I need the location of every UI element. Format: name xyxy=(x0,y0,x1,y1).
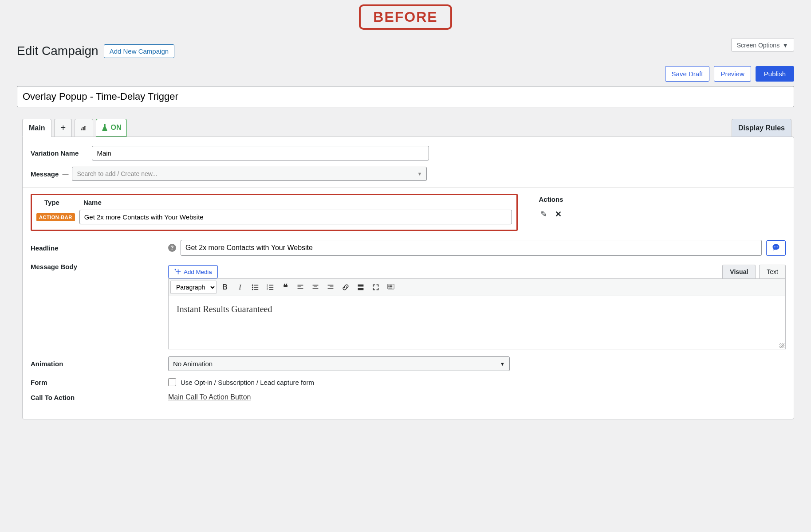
optin-checkbox[interactable] xyxy=(168,378,176,386)
tab-main[interactable]: Main xyxy=(22,119,51,137)
svg-rect-25 xyxy=(330,286,333,287)
svg-point-6 xyxy=(252,285,253,286)
flask-icon xyxy=(102,124,108,131)
screen-options-label: Screen Options xyxy=(737,42,780,49)
tab-display-rules[interactable]: Display Rules xyxy=(732,119,791,137)
save-draft-button[interactable]: Save Draft xyxy=(665,66,710,82)
link-icon xyxy=(342,284,349,291)
screen-options-button[interactable]: Screen Options ▼ xyxy=(731,39,794,52)
svg-rect-7 xyxy=(254,285,259,286)
toolbar-toggle-button[interactable] xyxy=(384,281,398,294)
help-icon[interactable]: ? xyxy=(168,244,176,252)
svg-rect-27 xyxy=(358,285,364,287)
link-button[interactable] xyxy=(339,281,352,294)
variation-name-input[interactable] xyxy=(92,146,429,160)
message-item-highlight: Type Name ACTION-BAR xyxy=(31,194,518,231)
svg-rect-2 xyxy=(84,126,86,130)
fullscreen-button[interactable] xyxy=(369,281,382,294)
svg-rect-19 xyxy=(298,286,301,287)
format-select[interactable]: Paragraph xyxy=(170,281,217,294)
toolbar-toggle-icon xyxy=(387,284,395,291)
align-left-icon xyxy=(297,284,304,291)
svg-rect-37 xyxy=(388,288,392,289)
svg-rect-31 xyxy=(388,285,389,286)
svg-rect-11 xyxy=(254,289,259,290)
svg-point-10 xyxy=(252,289,253,290)
svg-rect-15 xyxy=(269,287,274,288)
read-more-button[interactable] xyxy=(354,281,367,294)
editor-content-area[interactable]: Instant Results Guaranteed xyxy=(168,296,786,349)
campaign-title-input[interactable] xyxy=(17,86,794,107)
fullscreen-icon xyxy=(372,284,379,291)
svg-point-5 xyxy=(777,246,778,247)
cta-link[interactable]: Main Call To Action Button xyxy=(168,393,786,401)
blockquote-button[interactable]: ❝ xyxy=(279,281,292,294)
bullet-list-icon xyxy=(252,284,259,291)
align-center-icon xyxy=(312,284,319,291)
bullet-list-button[interactable] xyxy=(248,281,262,294)
headline-input[interactable] xyxy=(181,240,762,256)
bold-button[interactable]: B xyxy=(218,281,232,294)
variation-name-label: Variation Name xyxy=(31,149,79,157)
preview-button[interactable]: Preview xyxy=(714,66,751,82)
resize-grip-icon[interactable] xyxy=(779,343,784,348)
message-placeholder: Search to add / Create new... xyxy=(77,170,157,177)
content-panel: Variation Name — Message — Search to add… xyxy=(22,137,794,419)
svg-rect-22 xyxy=(314,286,317,287)
svg-point-3 xyxy=(774,246,775,247)
editor-toolbar: Paragraph B I 123 ❝ xyxy=(168,278,786,296)
svg-point-8 xyxy=(252,286,253,288)
svg-rect-17 xyxy=(269,289,274,290)
svg-rect-32 xyxy=(390,285,391,286)
publish-button[interactable]: Publish xyxy=(756,66,794,82)
animation-select[interactable]: No Animation ▼ xyxy=(168,356,510,371)
tab-analytics[interactable] xyxy=(75,119,93,137)
chart-icon xyxy=(81,124,87,132)
svg-rect-35 xyxy=(390,286,391,287)
add-new-campaign-button[interactable]: Add New Campaign xyxy=(104,44,174,58)
message-search-select[interactable]: Search to add / Create new... ▼ xyxy=(72,167,427,181)
svg-rect-36 xyxy=(391,286,392,287)
align-right-button[interactable] xyxy=(324,281,337,294)
dash-separator: — xyxy=(62,170,68,177)
svg-point-4 xyxy=(776,246,776,247)
align-center-button[interactable] xyxy=(309,281,322,294)
chat-bubble-icon xyxy=(772,243,780,251)
before-stamp: BEFORE xyxy=(359,4,452,30)
svg-rect-1 xyxy=(83,127,84,130)
dash-separator: — xyxy=(82,150,88,157)
chat-bubble-button[interactable] xyxy=(766,240,786,256)
message-name-input[interactable] xyxy=(79,210,512,224)
animation-label: Animation xyxy=(31,360,164,368)
svg-rect-23 xyxy=(313,288,319,289)
editor-tab-text[interactable]: Text xyxy=(759,265,786,278)
message-label: Message xyxy=(31,170,59,178)
caret-down-icon: ▼ xyxy=(782,42,788,49)
stamp-banner: BEFORE xyxy=(0,0,811,36)
message-body-label: Message Body xyxy=(31,263,164,270)
svg-rect-33 xyxy=(391,285,392,286)
delete-icon[interactable]: ✕ xyxy=(555,209,562,219)
name-column-heading: Name xyxy=(83,199,102,206)
align-left-button[interactable] xyxy=(294,281,307,294)
action-bar-badge: ACTION-BAR xyxy=(36,213,75,221)
tab-add-variation[interactable]: + xyxy=(54,119,72,137)
svg-rect-29 xyxy=(358,288,364,290)
actions-column-heading: Actions xyxy=(531,196,571,203)
svg-rect-26 xyxy=(328,288,334,289)
align-right-icon xyxy=(327,284,334,291)
svg-rect-9 xyxy=(254,287,259,288)
numbered-list-button[interactable]: 123 xyxy=(264,281,277,294)
add-media-button[interactable]: Add Media xyxy=(168,265,218,278)
optin-checkbox-label: Use Opt-in / Subscription / Lead capture… xyxy=(181,379,314,386)
italic-button[interactable]: I xyxy=(233,281,247,294)
plus-icon: + xyxy=(61,123,66,133)
svg-rect-0 xyxy=(81,129,83,130)
tab-ab-testing[interactable]: ON xyxy=(96,119,127,137)
svg-rect-24 xyxy=(328,285,334,286)
editor-tab-visual[interactable]: Visual xyxy=(722,265,756,278)
read-more-icon xyxy=(357,284,364,291)
edit-icon[interactable]: ✎ xyxy=(540,209,547,219)
svg-rect-28 xyxy=(358,287,364,287)
ab-toggle-label: ON xyxy=(110,124,121,132)
